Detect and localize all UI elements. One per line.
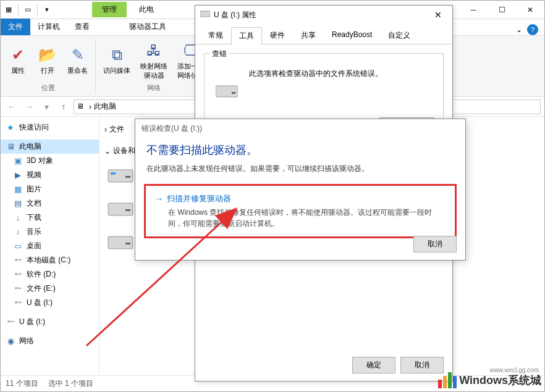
rename-button[interactable]: ✎ 重命名: [64, 38, 91, 82]
selected-count: 选中 1 个项目: [48, 378, 93, 389]
sidebar-quick-access[interactable]: ★ 快速访问: [1, 120, 99, 135]
chevron-down-icon: ⌄: [104, 147, 111, 156]
maximize-button[interactable]: ☐: [488, 1, 516, 19]
properties-tabs: 常规 工具 硬件 共享 ReadyBoost 自定义: [195, 24, 452, 44]
error-checking-description: 此选项将检查驱动器中的文件系统错误。: [249, 69, 436, 79]
error-check-title: 错误检查(U 盘 (I:)): [142, 123, 202, 134]
group-label-location: 位置: [41, 82, 55, 94]
music-icon: ♪: [13, 227, 23, 237]
properties-close-button[interactable]: ✕: [429, 10, 447, 20]
sidebar-3d-objects[interactable]: ▣3D 对象: [1, 154, 99, 168]
rename-icon: ✎: [68, 45, 88, 65]
properties-button[interactable]: ✔ 属性: [4, 38, 32, 82]
drive-icon: [216, 83, 238, 101]
scan-repair-description: 在 Windows 查找并修复任何错误时，将不能使用驱动器。该过程可能需要一段时…: [168, 207, 446, 229]
close-button[interactable]: ✕: [516, 1, 544, 19]
ribbon-help-area: ⌄ ?: [516, 24, 544, 35]
video-icon: ▶: [13, 170, 23, 180]
drive-icon: [107, 165, 134, 185]
tab-view[interactable]: 查看: [67, 19, 97, 35]
properties-icon: ✔: [8, 45, 28, 65]
open-button[interactable]: 📂 打开: [34, 38, 61, 82]
arrow-right-icon: →: [154, 194, 163, 204]
map-drive-button[interactable]: 🖧 映射网络 驱动器: [137, 38, 171, 82]
svg-rect-8: [216, 86, 238, 97]
breadcrumb-sep-icon: ›: [89, 102, 91, 111]
disk-icon: ⬴: [13, 270, 23, 280]
svg-rect-4: [125, 209, 130, 211]
pc-icon: 🖥: [77, 102, 87, 112]
ribbon-expand-icon[interactable]: ⌄: [516, 25, 522, 34]
properties-title: U 盘 (I:) 属性: [214, 10, 256, 20]
disk-icon: ⬴: [13, 284, 23, 294]
qat-properties-icon[interactable]: ▭: [22, 4, 33, 15]
watermark: Windows系统城: [438, 372, 541, 388]
device-item[interactable]: [106, 230, 135, 252]
scan-repair-option[interactable]: → 扫描并修复驱动器 在 Windows 查找并修复任何错误时，将不能使用驱动器…: [144, 184, 457, 238]
sidebar-network[interactable]: ◉网络: [1, 334, 99, 348]
nav-up-icon[interactable]: ↑: [56, 99, 71, 114]
tab-readyboost[interactable]: ReadyBoost: [324, 27, 380, 44]
svg-rect-2: [125, 176, 130, 178]
sidebar-music[interactable]: ♪音乐: [1, 225, 99, 239]
minimize-button[interactable]: ─: [459, 1, 488, 19]
download-icon: ↓: [13, 213, 23, 223]
device-item[interactable]: [106, 164, 135, 186]
item-count: 11 个项目: [6, 378, 38, 389]
svg-rect-9: [232, 92, 235, 94]
group-label-network: 网络: [147, 82, 161, 94]
tab-customize[interactable]: 自定义: [380, 27, 418, 44]
drive-icon: [107, 231, 134, 251]
access-media-button[interactable]: ⧉ 访问媒体: [99, 38, 134, 82]
tab-file[interactable]: 文件: [1, 19, 30, 35]
fieldset-label: 查错: [209, 49, 229, 59]
nav-recent-icon[interactable]: ▾: [39, 99, 54, 114]
qat-dropdown-icon[interactable]: ▾: [41, 4, 53, 15]
help-icon[interactable]: ?: [527, 24, 538, 35]
drive-icon: [200, 10, 210, 20]
sidebar-disk-c[interactable]: ⬴本地磁盘 (C:): [1, 253, 99, 267]
error-check-buttons: 取消: [413, 236, 457, 252]
sidebar-desktop[interactable]: ▭桌面: [1, 239, 99, 253]
star-icon: ★: [6, 123, 15, 133]
monitor-icon: 🖥: [6, 142, 15, 152]
quick-access-toolbar: ▦ ▭ ▾: [1, 4, 55, 15]
window-title: 此电: [139, 4, 154, 15]
tab-drive-tools[interactable]: 驱动器工具: [122, 19, 174, 35]
sidebar-usb-i-2[interactable]: ⬴U 盘 (I:): [1, 315, 99, 329]
cube-icon: ▣: [13, 156, 23, 166]
sidebar-disk-d[interactable]: ⬴软件 (D:): [1, 267, 99, 281]
sidebar-disk-e[interactable]: ⬴文件 (E:): [1, 281, 99, 296]
access-media-icon: ⧉: [107, 45, 127, 65]
picture-icon: ▦: [13, 185, 23, 194]
breadcrumb-location[interactable]: 此电脑: [94, 101, 116, 112]
nav-back-icon[interactable]: ←: [4, 99, 19, 114]
disk-icon: ⬴: [13, 256, 23, 265]
scan-repair-title: → 扫描并修复驱动器: [154, 193, 446, 204]
contextual-tab-label: 管理: [92, 2, 127, 17]
error-cancel-button[interactable]: 取消: [413, 236, 457, 252]
sidebar-this-pc[interactable]: 🖥 此电脑: [1, 140, 99, 154]
tab-general[interactable]: 常规: [200, 27, 231, 44]
nav-forward-icon[interactable]: →: [22, 99, 36, 114]
tab-computer[interactable]: 计算机: [30, 19, 67, 35]
sidebar-usb-i[interactable]: ⬴U 盘 (I:): [1, 296, 99, 310]
desktop-icon: ▭: [13, 241, 23, 251]
ok-button[interactable]: 确定: [352, 357, 395, 373]
sidebar-documents[interactable]: ▤文档: [1, 196, 99, 211]
open-folder-icon: 📂: [38, 45, 57, 65]
tab-sharing[interactable]: 共享: [293, 27, 324, 44]
tab-hardware[interactable]: 硬件: [262, 27, 293, 44]
navigation-tree: ★ 快速访问 🖥 此电脑 ▣3D 对象 ▶视频 ▦图片 ▤文档 ↓下载 ♪音乐 …: [1, 117, 99, 373]
error-check-text: 在此驱动器上未发现任何错误。如果需要，可以继续扫描该驱动器。: [135, 161, 465, 181]
device-item[interactable]: [106, 197, 135, 219]
tab-tools[interactable]: 工具: [231, 27, 262, 44]
sidebar-downloads[interactable]: ↓下载: [1, 211, 99, 225]
sidebar-videos[interactable]: ▶视频: [1, 168, 99, 182]
window-controls: ─ ☐ ✕: [459, 1, 544, 19]
svg-rect-7: [200, 11, 210, 17]
cancel-button[interactable]: 取消: [400, 357, 444, 373]
sidebar-pictures[interactable]: ▦图片: [1, 182, 99, 196]
properties-titlebar: U 盘 (I:) 属性 ✕: [195, 6, 452, 24]
error-check-titlebar: 错误检查(U 盘 (I:)): [135, 119, 465, 138]
